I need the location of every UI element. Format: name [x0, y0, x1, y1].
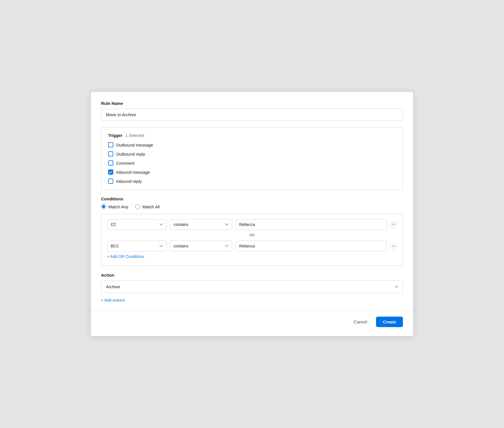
trigger-label-outbound-reply: Outbound reply — [116, 152, 145, 156]
condition-1-value[interactable] — [236, 219, 387, 230]
trigger-option-outbound-reply[interactable]: Outbound reply — [108, 151, 396, 156]
trigger-label-inbound-reply: Inbound reply — [116, 179, 142, 184]
checkbox-inbound-message[interactable] — [108, 169, 113, 175]
action-title: Action — [101, 273, 403, 277]
trigger-header: Trigger 1 Selected — [108, 133, 396, 138]
trigger-title: Trigger — [108, 133, 123, 138]
cancel-button[interactable]: Cancel — [348, 317, 373, 327]
checkbox-comment[interactable] — [108, 160, 113, 166]
rule-name-label: Rule Name — [101, 101, 403, 106]
trigger-label-comment: Comment — [116, 161, 134, 166]
trigger-box: Trigger 1 Selected Outbound message Outb… — [101, 127, 403, 190]
checkbox-inbound-reply[interactable] — [108, 179, 113, 184]
trigger-option-inbound-reply[interactable]: Inbound reply — [108, 179, 396, 184]
condition-2-operator[interactable]: contains does not contain is is not star… — [170, 241, 232, 251]
action-section: Action Archive Assign to Tag Mark as rea… — [101, 273, 403, 303]
trigger-checkbox-list: Outbound message Outbound reply Comment … — [108, 142, 396, 184]
add-or-conditions-button[interactable]: + Add OR Conditions — [107, 253, 144, 260]
match-options: Match Any Match All — [101, 204, 403, 209]
condition-row-1: CC BCC From To Subject Body contains doe… — [107, 219, 397, 230]
condition-2-value[interactable] — [236, 241, 387, 251]
condition-row-2: CC BCC From To Subject Body contains doe… — [107, 241, 397, 251]
condition-1-field[interactable]: CC BCC From To Subject Body — [107, 219, 166, 230]
conditions-box: CC BCC From To Subject Body contains doe… — [101, 214, 403, 266]
footer-divider — [91, 311, 413, 311]
condition-1-operator[interactable]: contains does not contain is is not star… — [170, 219, 232, 230]
match-any-option[interactable]: Match Any — [101, 204, 128, 209]
action-select[interactable]: Archive Assign to Tag Mark as read Close — [101, 280, 403, 293]
rule-modal: Rule Name Trigger 1 Selected Outbound me… — [91, 92, 413, 336]
radio-match-all[interactable] — [135, 204, 140, 209]
trigger-label-outbound-message: Outbound message — [116, 143, 153, 147]
create-button[interactable]: Create — [376, 317, 403, 327]
condition-1-remove-button[interactable]: ✕ — [390, 221, 397, 228]
match-all-option[interactable]: Match All — [135, 204, 160, 209]
footer: Cancel Create — [101, 317, 403, 327]
condition-2-remove-button[interactable]: ✕ — [390, 243, 397, 249]
rule-name-input[interactable] — [101, 109, 403, 121]
trigger-option-inbound-message[interactable]: Inbound message — [108, 169, 396, 175]
trigger-option-outbound-message[interactable]: Outbound message — [108, 142, 396, 147]
trigger-option-comment[interactable]: Comment — [108, 160, 396, 166]
conditions-title: Conditions — [101, 196, 403, 201]
radio-match-any[interactable] — [101, 204, 106, 209]
add-actions-button[interactable]: + Add actions — [101, 298, 125, 302]
match-any-label: Match Any — [108, 204, 128, 209]
or-divider: OR — [107, 230, 397, 241]
checkbox-outbound-reply[interactable] — [108, 151, 113, 156]
match-all-label: Match All — [142, 204, 160, 209]
conditions-section: Conditions Match Any Match All CC BCC Fr… — [101, 196, 403, 266]
trigger-selected-count: 1 Selected — [125, 133, 144, 138]
condition-2-field[interactable]: CC BCC From To Subject Body — [107, 241, 166, 251]
checkbox-outbound-message[interactable] — [108, 142, 113, 147]
trigger-label-inbound-message: Inbound message — [116, 170, 150, 175]
